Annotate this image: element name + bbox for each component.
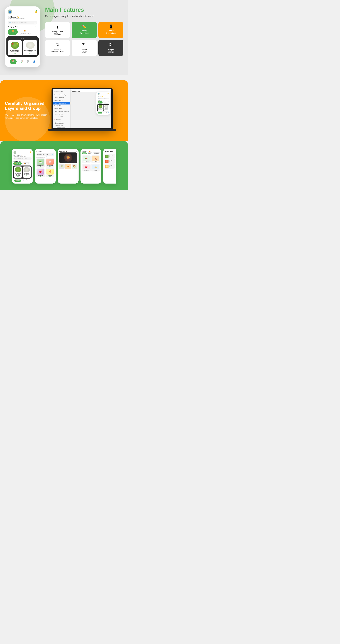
- sp-food-row: Cooked with egg Sweet Cookies $51 Spicy …: [14, 166, 31, 178]
- food-bowl-white: [26, 42, 34, 49]
- orange-content: Carefully Organized Layers and Group +40…: [5, 88, 123, 131]
- mini-food-2: Spicy meat Citrus Sauce $57: [104, 105, 109, 111]
- figma-preview[interactable]: ✓ Preview UIB: [53, 116, 70, 118]
- mini-cats: 🍔 Fast Food 🍮 Dessert Food: [97, 101, 109, 104]
- figma-implementation-label: Implementation: [53, 121, 70, 123]
- search-icon: 🔍: [9, 22, 11, 24]
- sp-cat-card-3: 🥩 Beef Steak: [82, 164, 91, 172]
- figma-page-5[interactable]: Page 5 - Filter: [53, 104, 70, 107]
- gallery-img-1: 🥗: [59, 164, 64, 169]
- food-name-1: Cooked with egg Sweet Cookies: [9, 50, 21, 53]
- figma-sub-2[interactable]: 4.2-Category: [53, 124, 70, 126]
- food-img-1: [10, 41, 20, 49]
- feature-label-resolution: 375x812Resolutions: [106, 30, 116, 34]
- sp-result-name-1: Chicken Salad: [37, 165, 44, 166]
- figma-page-3[interactable]: Page 3 - Maps: [53, 99, 70, 102]
- figma-page-7[interactable]: Page 7 - Rate and review: [53, 110, 70, 113]
- mini-food-1: Cooked with egg Sweet Cookies $51: [98, 105, 103, 111]
- notification-dot: [36, 10, 37, 11]
- orange-text: Carefully Organized Layers and Group +40…: [5, 88, 47, 120]
- mini-phone-preview: 👤 🔔 Hi, Heldan 👋 Want to order delicious…: [96, 92, 110, 115]
- sp-result-card-3: 🥩 Grilled Steak $22: [36, 168, 45, 178]
- fast-food-btn[interactable]: 🍔 Fast Food: [8, 29, 18, 35]
- sp-cat-grid: 🥗 Greek Salad 🍗 Fried Chicken 🥩 Beef Ste…: [82, 155, 100, 172]
- phone-screens-row: 👤 🔔 Hi, Heldan 👋 Want to order delicious…: [3, 149, 125, 184]
- features-title: Main Features: [45, 6, 123, 13]
- mini-nav-chat: 💬: [106, 112, 106, 114]
- sp-cat-label-1: Category offer: [13, 161, 32, 162]
- sp-back-header: ‹ Result: [36, 150, 54, 152]
- figma-detail[interactable]: ✓ Detail UI: [53, 118, 70, 121]
- mini-search: 🔍 Restaurant, food & drinks: [98, 98, 109, 99]
- sp-nav-chat-icon: 💬: [26, 180, 28, 182]
- sp-food-img-1: [15, 167, 21, 172]
- feature-simple-design: SimpleDesign: [98, 40, 123, 56]
- sp-food-img-2: [24, 167, 30, 172]
- mini-greeting: Hi, Heldan 👋: [97, 96, 109, 97]
- sp-order-item-3: Pasta Mix $11: [105, 164, 115, 168]
- mini-cat-label: Category offer: [97, 100, 109, 101]
- filter-icon: ⚏: [34, 22, 36, 24]
- sp-search-1[interactable]: 🔍 Restaurant, food & drinks: [13, 158, 32, 160]
- laptop-mockup: COMPONENTS Page 1 - Onboarding Page 2 - …: [52, 88, 113, 129]
- figma-page-8[interactable]: Page 8 - Profile: [53, 113, 70, 116]
- sp-order-price-3: $11: [109, 166, 114, 167]
- figma-canvas: 4.1-Dashboard 👤 🔔 Hi, Heldan 👋 Want to o…: [70, 89, 112, 128]
- sp-nav-home[interactable]: 🏠 Home: [14, 180, 21, 182]
- sp-cat-img-4: 🍝: [92, 164, 99, 169]
- category-title-text: Category 🔥: [82, 150, 91, 152]
- nav-orders[interactable]: 📋: [20, 60, 23, 63]
- orange-title: Carefully Organized Layers and Group: [5, 101, 47, 111]
- filter-classic[interactable]: Classic: [87, 152, 92, 154]
- sp-cat-card-1: 🥗 Greek Salad: [82, 155, 91, 163]
- result-search-icon: 🔍: [52, 154, 53, 155]
- sp-nav-profile-icon: 👤: [29, 180, 31, 182]
- mini-dessert: 🍮 Dessert Food: [103, 101, 109, 104]
- mini-dark-section: Cooked with egg Sweet Cookies $51 Spicy …: [97, 104, 109, 112]
- phone-greeting: Hi, Heldan 👋 Want to order delicious foo…: [7, 16, 38, 20]
- sp-fast-food[interactable]: 🍔 Fast Food: [13, 162, 22, 165]
- sp-result-price-2: $15: [46, 166, 54, 167]
- sp-cats-1: 🍔 Fast Food 🍮 Dessert: [13, 162, 32, 165]
- nav-chat[interactable]: 💬: [27, 60, 29, 63]
- mini-food-row: Cooked with egg Sweet Cookies $51 Spicy …: [98, 105, 109, 111]
- figma-page-4[interactable]: Page 4 - Dashboard: [53, 102, 70, 104]
- feature-neatly-organized: ✏️ NeatlyOrganized: [72, 22, 96, 38]
- phone-order: Item to order 🔍 Restaurant... Egg Bowl $…: [103, 149, 116, 184]
- sp-result-card-1: 🥗 Chicken Salad $12: [36, 158, 45, 168]
- filter-dinners[interactable]: Dinners: [82, 152, 87, 154]
- sp-result-search[interactable]: Restaurant, food & drinks 🔍: [36, 153, 54, 156]
- phone-search-bar[interactable]: 🔍 Restaurant, food & drinks ⚏: [8, 21, 37, 24]
- food-img-2: [26, 41, 35, 49]
- nav-home[interactable]: 🏠 Home: [10, 59, 16, 64]
- food-price-2: $57: [24, 53, 36, 54]
- features-section: 👤 🔔 Hi, Heldan 👋 Want to order delicious…: [0, 0, 128, 75]
- svg-rect-4: [111, 43, 112, 44]
- dot-inactive: [36, 26, 37, 27]
- filter-german[interactable]: German Fish: [93, 152, 100, 154]
- sp-dessert[interactable]: 🍮 Dessert: [22, 162, 30, 165]
- sp-result-price-1: $12: [37, 166, 44, 167]
- figma-sidebar: COMPONENTS Page 1 - Onboarding Page 2 - …: [53, 89, 70, 128]
- dessert-food-btn[interactable]: 🍮 Dessert Food: [19, 29, 31, 35]
- feature-process-order: ⇅ CompleteProcess Order: [45, 40, 70, 56]
- sp-order-info-3: Pasta Mix $11: [109, 165, 114, 167]
- category-dots: [35, 26, 37, 27]
- phone-status-bar: 👤 🔔: [7, 9, 38, 15]
- figma-page-6[interactable]: Page 6 - Bag: [53, 107, 70, 110]
- sp-nav-orders-icon: 📋: [23, 180, 24, 182]
- figma-page-2[interactable]: Page 2 - Register: [53, 96, 70, 99]
- sp-result-img-4: 🍕: [46, 169, 54, 174]
- category-label: Category offer: [7, 26, 38, 28]
- features-subtitle: Our design is easy to used and customize…: [45, 14, 123, 18]
- figma-page-1[interactable]: Page 1 - Onboarding: [53, 94, 70, 96]
- sp-order-price-1: $14: [109, 156, 114, 157]
- greeting-sub: Want to order delicious food?: [8, 18, 37, 20]
- sp-order-info-1: Egg Bowl $14: [109, 155, 114, 157]
- nav-profile[interactable]: 👤: [33, 60, 36, 63]
- greeting-name: Hi, Heldan 👋: [8, 16, 37, 18]
- nav-dot: [21, 62, 22, 63]
- figma-sub-3[interactable]: 4.3-Expand Menu: [53, 126, 70, 128]
- figma-sub-1[interactable]: 4.1-Dashboard: [53, 123, 70, 124]
- sp-cat-img-3: 🥩: [82, 164, 90, 169]
